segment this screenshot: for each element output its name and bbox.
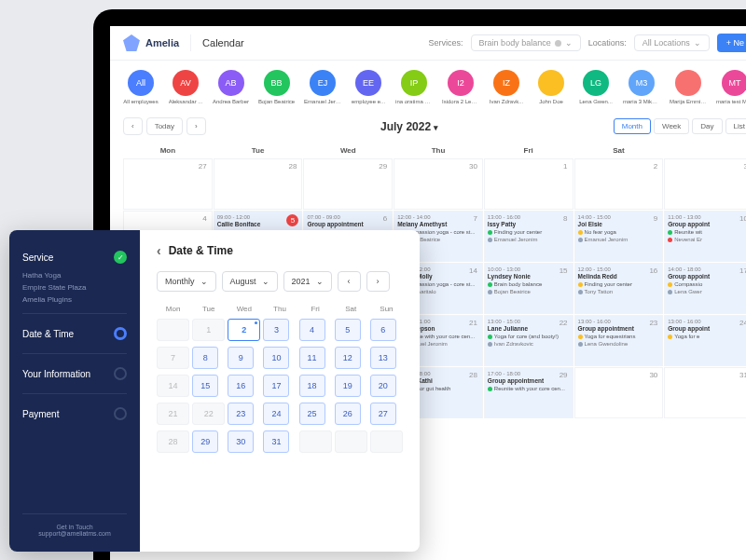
widget-day[interactable]: 11 <box>299 347 325 369</box>
step-datetime[interactable]: Date & Time <box>22 321 127 346</box>
calendar-cell[interactable]: 30 <box>394 158 483 210</box>
widget-day[interactable]: 5 <box>335 319 361 341</box>
calendar-cell[interactable]: 2413:00 - 16:00Group appointYoga for e <box>664 315 746 366</box>
widget-day[interactable]: 23 <box>228 403 254 425</box>
widget-day[interactable]: 4 <box>299 319 325 341</box>
day-number: 14 <box>469 266 477 275</box>
widget-footer: Get in Touch support@ameliatms.com <box>22 513 127 537</box>
recurrence-select[interactable]: Monthly⌄ <box>157 271 216 292</box>
weekday-header: Wed <box>303 143 393 158</box>
calendar-cell[interactable]: 2313:00 - 16:00Group appointmentYoga for… <box>574 315 664 366</box>
view-month[interactable]: Month <box>614 118 651 134</box>
widget-day[interactable]: 9 <box>228 347 254 369</box>
widget-day[interactable]: 29 <box>192 430 218 453</box>
widget-day[interactable]: 27 <box>370 403 396 425</box>
chevron-down-icon: ⌄ <box>694 38 701 48</box>
calendar-cell[interactable]: 28 <box>214 158 303 210</box>
calendar-cell[interactable]: 2 <box>574 158 664 210</box>
employee-avatar[interactable]: BBBojan Beatrice <box>258 70 295 104</box>
widget-day[interactable]: 19 <box>335 375 361 397</box>
employee-avatar[interactable]: IZIvan Zdravk... <box>489 70 524 104</box>
widget-day[interactable]: 31 <box>263 430 289 453</box>
employee-avatar[interactable]: I2Isidora 2 Lexie Erne <box>442 70 479 104</box>
next-button[interactable]: › <box>186 117 206 135</box>
event-time: 13:00 - 15:00 <box>488 319 570 324</box>
widget-day[interactable]: 18 <box>299 375 325 397</box>
next-month-button[interactable]: › <box>366 271 390 292</box>
widget-day[interactable]: 13 <box>370 347 396 369</box>
widget-day[interactable]: 20 <box>370 375 396 397</box>
widget-day: 14 <box>157 375 189 397</box>
widget-sidebar: Service✓ Hatha Yoga Empire State Plaza A… <box>9 230 140 552</box>
month-select[interactable]: August⌄ <box>222 271 278 292</box>
back-icon[interactable]: ‹ <box>157 243 161 258</box>
employee-avatar[interactable]: LGLena Gwen... <box>578 70 614 104</box>
prev-month-button[interactable]: ‹ <box>338 271 361 292</box>
month-title[interactable]: July 2022 ▾ <box>380 120 438 133</box>
employee-name: employee e... <box>352 99 385 104</box>
today-button[interactable]: Today <box>146 117 183 135</box>
event-service: Yoga for core (and booty!) <box>488 334 570 339</box>
day-number: 21 <box>469 319 477 327</box>
event-name: Group appoint <box>668 325 746 332</box>
locations-select[interactable]: All Locations⌄ <box>634 34 710 51</box>
calendar-cell[interactable]: 27 <box>123 158 213 210</box>
employee-avatar[interactable]: Marija Emmi Marija Tess <box>670 70 707 104</box>
booking-widget: Service✓ Hatha Yoga Empire State Plaza A… <box>9 230 420 552</box>
widget-day[interactable]: 2 <box>228 319 260 341</box>
calendar-cell[interactable]: 1510:00 - 13:00Lyndsey NonieBrain body b… <box>484 263 573 314</box>
step-info[interactable]: Your Information <box>22 362 127 386</box>
calendar-cell[interactable]: 914:00 - 15:00Joi ElsieNo fear yogaEmanu… <box>574 211 664 262</box>
widget-day[interactable]: 26 <box>335 403 361 425</box>
calendar-cell[interactable]: 3 <box>664 158 746 210</box>
weekday-header: Thu <box>394 143 483 158</box>
calendar-cell[interactable]: 2917:00 - 18:00Group appointmentReunite … <box>484 367 573 418</box>
widget-day[interactable]: 16 <box>228 375 254 397</box>
view-list[interactable]: List <box>725 118 746 134</box>
widget-day[interactable]: 3 <box>263 319 289 341</box>
view-week[interactable]: Week <box>654 118 689 134</box>
widget-day: 1 <box>192 319 225 341</box>
employee-avatar[interactable]: MTmaria test Moya Tebogo <box>716 70 746 104</box>
widget-day[interactable]: 30 <box>228 430 254 453</box>
widget-day[interactable]: 6 <box>370 319 396 341</box>
employee-avatar[interactable]: IPina oratima Emily Erne <box>395 70 433 104</box>
calendar-cell[interactable]: 31 <box>664 367 746 418</box>
event-service: Reunite with your core cen... <box>488 386 570 391</box>
widget-day[interactable]: 15 <box>192 375 218 397</box>
employee-avatar[interactable]: M3maria 3 Mike Sober <box>623 70 660 104</box>
view-day[interactable]: Day <box>692 118 722 134</box>
widget-day[interactable]: 25 <box>299 403 325 425</box>
app-logo[interactable]: Amelia <box>123 34 191 51</box>
employee-avatar[interactable]: John Doe <box>533 70 569 104</box>
employee-avatar[interactable]: AVAleksandar ... <box>168 70 203 104</box>
widget-day[interactable]: 24 <box>263 403 289 425</box>
calendar-cell[interactable]: 813:00 - 16:00Issy PattyFinding your cen… <box>484 211 573 262</box>
widget-weekday: Mon <box>157 305 189 313</box>
calendar-cell[interactable]: 1011:00 - 13:00Group appointReunite witN… <box>664 211 746 262</box>
calendar-cell[interactable]: 1 <box>484 158 573 210</box>
new-button[interactable]: + Ne <box>717 34 746 52</box>
step-payment[interactable]: Payment <box>22 402 127 426</box>
check-icon: ✓ <box>114 251 127 264</box>
widget-day[interactable]: 12 <box>335 347 361 369</box>
widget-day[interactable]: 8 <box>192 347 218 369</box>
calendar-cell[interactable]: 30 <box>574 367 664 418</box>
widget-day[interactable]: 10 <box>263 347 289 369</box>
employee-avatar[interactable]: ABAndrea Barber <box>213 70 249 104</box>
event-time: 17:00 - 18:00 <box>488 371 570 376</box>
services-select[interactable]: Brain body balance⌄ <box>471 34 581 51</box>
calendar-cell[interactable]: 1714:00 - 18:00Group appointCompassioLen… <box>664 263 746 314</box>
widget-day[interactable]: 17 <box>263 375 289 397</box>
employee-avatar[interactable]: AllAll employees <box>123 70 159 104</box>
employee-avatar[interactable]: EEemployee e... <box>351 70 386 104</box>
prev-button[interactable]: ‹ <box>123 117 143 135</box>
employee-avatar[interactable]: EJEmanuel Jeronim <box>304 70 341 104</box>
calendar-cell[interactable]: 29 <box>303 158 393 210</box>
step-service[interactable]: Service✓ <box>22 245 127 269</box>
year-select[interactable]: 2021⌄ <box>283 271 332 292</box>
event-name: Joi Elsie <box>578 221 660 227</box>
employee-name: maria 3 Mike Sober <box>623 99 660 104</box>
calendar-cell[interactable]: 1612:00 - 15:00Melinda ReddFinding your … <box>574 263 664 314</box>
calendar-cell[interactable]: 2213:00 - 15:00Lane JulianneYoga for cor… <box>484 315 573 366</box>
